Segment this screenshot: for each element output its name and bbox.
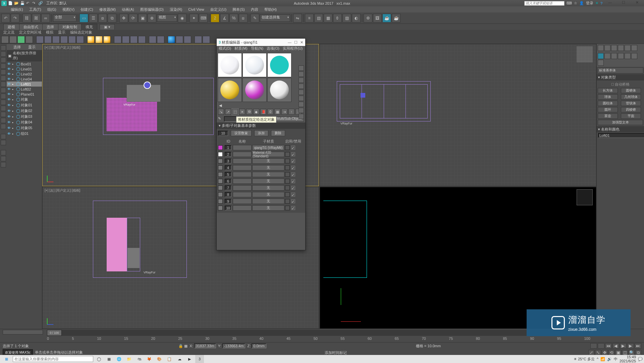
menu-help[interactable]: 帮助(H) [262,7,279,12]
subtab-editsel[interactable]: 编辑选定对象 [70,30,92,35]
ls-scale-icon[interactable] [1,88,6,93]
submat-enable-checkbox[interactable]: ✓ [291,159,295,163]
zoom-extents-button[interactable]: ⤢ [588,350,594,355]
me-menu-nav[interactable]: 导航(N) [251,46,263,52]
row-preview-swatch[interactable] [218,172,223,177]
submat-type-button[interactable]: 无 [252,185,284,191]
star-icon[interactable]: ☆ [574,1,577,5]
autodesk-x-icon[interactable]: ✕ [595,1,598,5]
me-backlight-icon[interactable] [299,71,304,77]
zoom-all-button[interactable]: ⤡ [595,350,601,355]
start-button[interactable]: ⊞ [1,355,11,363]
explorer-icon[interactable]: 📁 [125,355,133,363]
subtab-flow[interactable]: 定义流 [3,30,14,35]
camera-icon[interactable] [114,36,121,43]
tab-freeform[interactable]: 自由形式 [19,24,43,30]
rendered-frame-button[interactable]: 🖼 [373,14,382,22]
create-box-button[interactable]: 长方体 [598,88,618,93]
ls-arrow-icon[interactable] [1,69,6,75]
bind-button[interactable]: ∞ [41,14,50,22]
window-crossing-button[interactable]: ⧉ [108,14,116,22]
palette-spline-icon[interactable] [52,36,60,43]
3dsmax-task-icon[interactable]: 3 [195,355,204,363]
me-matlib-icon[interactable] [299,114,304,119]
material-slot[interactable] [243,53,267,77]
tab-populate[interactable]: 填充 [81,24,97,30]
palette-btn-2[interactable] [9,36,17,43]
toggle-ribbon-button[interactable]: ▦ [324,14,332,22]
row-preview-swatch[interactable] [218,159,223,163]
submat-enable-checkbox[interactable]: ✓ [291,172,295,176]
render-setup-button[interactable]: ⚙ [364,14,372,22]
system-icon[interactable] [138,36,146,43]
submat-id-input[interactable] [225,199,231,204]
named-selection-dropdown[interactable]: 创建选择集 [260,14,290,22]
me-video-check-icon[interactable] [299,90,304,95]
tray-volume-icon[interactable]: 🔊 [607,357,612,361]
create-teapot-button[interactable]: 茶壶 [598,113,618,119]
submat-id-input[interactable] [225,159,231,163]
palette-btn-3[interactable] [17,36,25,43]
scene-item[interactable]: 👁•◯对象02 [7,108,42,114]
setkey-button[interactable] [598,343,604,349]
submat-name-button[interactable] [233,172,252,177]
link-button[interactable]: ⛓ [22,14,31,22]
me-setcount-button[interactable]: 设置数量 [231,130,252,136]
submat-id-input[interactable] [225,152,231,157]
cp-display-tab[interactable] [625,45,631,51]
field-of-view-button[interactable]: ◫ [622,350,628,355]
freeze-icon[interactable]: • [12,115,15,119]
cp-utilities-tab[interactable] [631,45,637,51]
visibility-icon[interactable]: 👁 [7,109,11,113]
ls-inset-icon[interactable] [1,106,6,111]
scene-col-display[interactable]: 显示 [26,45,38,50]
viewport-front[interactable]: VRayFur [320,44,596,186]
visibility-icon[interactable]: 👁 [7,120,11,124]
submat-color-swatch[interactable] [285,199,290,204]
create-plane-button[interactable]: 平面 [621,113,641,119]
menu-edit[interactable]: 编辑(E) [8,7,26,12]
submat-enable-checkbox[interactable]: ✓ [291,146,295,150]
visibility-icon[interactable]: 👁 [7,67,11,71]
visibility-icon[interactable]: 👁 [7,62,11,66]
render-iterative-button[interactable]: ☕ [392,14,400,22]
submat-name-button[interactable] [233,152,252,157]
submat-name-button[interactable] [233,205,252,211]
container-icon[interactable] [149,36,156,43]
scene-item[interactable]: 👁•◯对象03 [7,114,42,119]
menu-group[interactable]: 组(G) [45,7,59,12]
me-menu-material[interactable]: 材质(M) [234,46,248,52]
submat-enable-checkbox[interactable]: ✓ [291,166,295,170]
ls-extrude-icon[interactable] [1,94,6,99]
select-region-button[interactable]: ⧈ [98,14,107,22]
play-end-button[interactable]: ⏭ [635,343,641,349]
x-coord-field[interactable]: 31837.33m [194,344,216,348]
tray-network-icon[interactable]: 📶 [600,357,605,361]
submat-type-button[interactable]: Material #20 (Standard) [252,152,284,157]
menu-tools[interactable]: 工具(T) [26,7,44,12]
me-go-parent-icon[interactable]: ↑ [288,109,294,115]
scene-item[interactable]: 👁•◯Plane01 [7,92,42,97]
freeze-icon[interactable]: • [12,82,15,86]
notification-icon[interactable]: 💬 [638,357,643,361]
rotate-button[interactable]: ⟳ [129,14,138,22]
app1-icon[interactable]: ☁ [175,355,184,363]
cortana-icon[interactable]: ▦ [105,355,113,363]
row-preview-swatch[interactable] [218,206,223,210]
freeze-icon[interactable]: • [12,126,15,130]
align-button[interactable]: ≡ [305,14,314,22]
menu-customize[interactable]: 自定义(U) [208,7,229,12]
palette-btn-4[interactable] [25,36,33,43]
visibility-icon[interactable]: 👁 [7,126,11,130]
weather-widget[interactable]: ☀ 25°C 多云 [574,357,595,362]
play-next-button[interactable]: ▶ [627,343,634,349]
scene-item[interactable]: 👁•◯Line01 [7,66,42,71]
cp-modify-tab[interactable] [604,45,610,51]
submat-name-button[interactable] [233,185,252,191]
ls-worldaxis-icon[interactable] [1,45,6,51]
ls-filter-icon[interactable] [1,150,6,155]
submat-enable-checkbox[interactable]: ✓ [291,179,295,183]
min-max-button[interactable]: ⧉ [635,350,641,355]
ls-selectregion-icon[interactable] [1,57,6,63]
submat-type-button[interactable]: qiangTi1 (VRayMtl) [252,145,284,150]
